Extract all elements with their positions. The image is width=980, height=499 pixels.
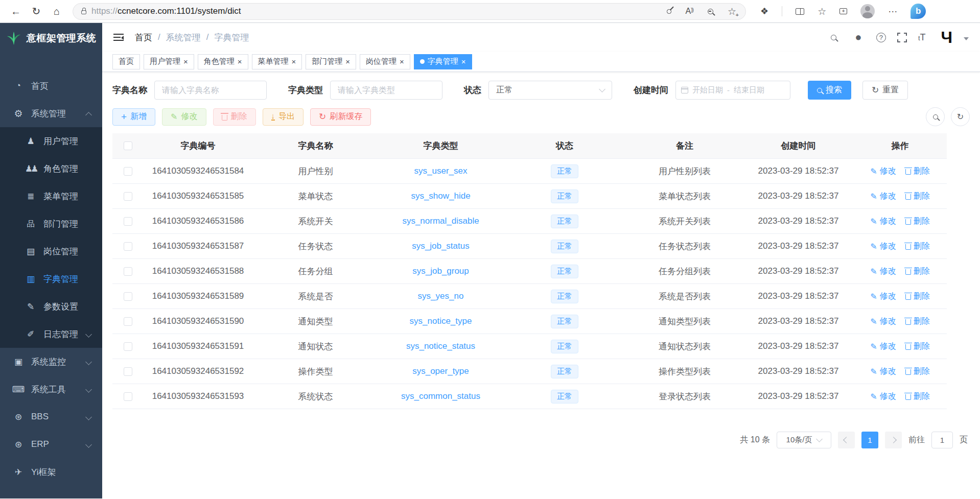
close-tab-icon[interactable]: × <box>461 57 466 66</box>
dict-type-link[interactable]: sys_normal_disable <box>402 216 479 226</box>
sidebar-item[interactable]: ERP <box>0 431 102 458</box>
sidebar-item[interactable]: 字典管理 <box>0 265 102 293</box>
current-page-button[interactable]: 1 <box>861 432 878 448</box>
tab[interactable]: 角色管理 × <box>198 54 248 69</box>
reset-button[interactable]: ↻ 重置 <box>862 81 908 100</box>
refresh-icon[interactable]: ↻ <box>28 3 45 20</box>
delete-row-link[interactable]: 删除 <box>905 366 930 377</box>
collections-icon[interactable]: + <box>839 8 847 14</box>
edit-row-link[interactable]: 修改 <box>870 191 896 202</box>
sidebar-item[interactable]: 系统监控 <box>0 348 102 375</box>
row-checkbox[interactable] <box>124 192 132 201</box>
dict-type-link[interactable]: sys_notice_type <box>410 316 472 326</box>
delete-button[interactable]: 删除 <box>213 108 256 126</box>
delete-row-link[interactable]: 删除 <box>905 266 930 277</box>
sidebar-item[interactable]: 岗位管理 <box>0 237 102 265</box>
close-tab-icon[interactable]: × <box>238 57 242 66</box>
row-checkbox[interactable] <box>124 167 132 176</box>
delete-row-link[interactable]: 删除 <box>905 341 930 352</box>
caret-down-icon[interactable] <box>964 37 969 40</box>
select-all-checkbox[interactable] <box>124 141 132 150</box>
dict-type-link[interactable]: sys_oper_type <box>412 366 469 376</box>
delete-row-link[interactable]: 删除 <box>905 291 930 302</box>
edit-row-link[interactable]: 修改 <box>870 366 896 377</box>
close-tab-icon[interactable]: × <box>183 57 188 66</box>
github-icon[interactable]: ● <box>852 31 865 44</box>
back-icon[interactable]: ← <box>7 3 25 20</box>
prev-page-button[interactable] <box>838 432 855 448</box>
row-checkbox[interactable] <box>124 317 132 326</box>
tab[interactable]: 首页 <box>112 54 140 69</box>
help-icon[interactable]: ? <box>876 33 886 42</box>
split-screen-icon[interactable] <box>796 8 804 15</box>
row-checkbox[interactable] <box>124 292 132 301</box>
edit-button[interactable]: 修改 <box>162 108 206 126</box>
dict-type-link[interactable]: sys_yes_no <box>418 291 464 301</box>
delete-row-link[interactable]: 删除 <box>905 166 930 177</box>
date-range-picker[interactable]: 开始日期 - 结束日期 <box>675 81 790 100</box>
tab[interactable]: 岗位管理 × <box>360 54 410 69</box>
extensions-icon[interactable]: ❖ <box>760 7 768 16</box>
collapse-sidebar-icon[interactable] <box>113 34 124 41</box>
sidebar-item[interactable]: 参数设置 <box>0 293 102 320</box>
page-size-select[interactable]: 10条/页 <box>777 432 831 448</box>
export-button[interactable]: ↓导出 <box>263 108 304 126</box>
sidebar-item[interactable]: Yi框架 <box>0 458 102 486</box>
user-avatar-logo[interactable]: Ч <box>941 29 952 45</box>
fullscreen-icon[interactable] <box>897 33 907 42</box>
row-checkbox[interactable] <box>124 392 132 401</box>
delete-row-link[interactable]: 删除 <box>905 241 930 252</box>
dict-name-input[interactable] <box>154 81 267 100</box>
copilot-icon[interactable]: b <box>911 4 926 19</box>
dict-type-link[interactable]: sys_show_hide <box>411 191 470 201</box>
add-button[interactable]: +新增 <box>112 108 155 126</box>
row-checkbox[interactable] <box>124 242 132 251</box>
profile-avatar[interactable] <box>860 4 875 18</box>
status-select[interactable]: 正常 <box>488 81 612 100</box>
dict-type-link[interactable]: sys_notice_status <box>406 341 475 351</box>
edit-row-link[interactable]: 修改 <box>870 391 896 402</box>
row-checkbox[interactable] <box>124 267 132 276</box>
refresh-cache-button[interactable]: ↻刷新缓存 <box>310 108 371 126</box>
zoom-page-icon[interactable] <box>708 9 713 14</box>
delete-row-link[interactable]: 删除 <box>905 316 930 327</box>
sidebar-item[interactable]: 用户管理 <box>0 127 102 155</box>
edit-row-link[interactable]: 修改 <box>870 241 896 252</box>
refresh-table-button[interactable]: ↻ <box>951 107 970 126</box>
sidebar-item[interactable]: 日志管理 <box>0 320 102 348</box>
password-key-icon[interactable] <box>666 8 672 15</box>
app-logo[interactable]: 意框架管理系统 <box>0 23 102 54</box>
search-icon[interactable] <box>827 31 841 44</box>
add-favorite-icon[interactable]: ☆ <box>728 7 736 16</box>
dict-type-link[interactable]: sys_job_status <box>412 241 469 251</box>
goto-page-input[interactable] <box>931 432 953 448</box>
next-page-button[interactable] <box>885 432 902 448</box>
edit-row-link[interactable]: 修改 <box>870 291 896 302</box>
sidebar-item[interactable]: 系统管理 <box>0 100 102 127</box>
delete-row-link[interactable]: 删除 <box>905 391 930 402</box>
close-tab-icon[interactable]: × <box>400 57 404 66</box>
row-checkbox[interactable] <box>124 217 132 226</box>
close-tab-icon[interactable]: × <box>345 57 350 66</box>
edit-row-link[interactable]: 修改 <box>870 341 896 352</box>
sidebar-item[interactable]: 系统工具 <box>0 375 102 403</box>
dict-type-input[interactable] <box>330 81 442 100</box>
sidebar-item[interactable]: BBS <box>0 403 102 431</box>
sidebar-item[interactable]: 部门管理 <box>0 210 102 237</box>
breadcrumb-home[interactable]: 首页 <box>135 32 152 43</box>
read-aloud-icon[interactable]: A)) <box>686 7 693 16</box>
sidebar-item[interactable]: 角色管理 <box>0 155 102 182</box>
edit-row-link[interactable]: 修改 <box>870 316 896 327</box>
delete-row-link[interactable]: 删除 <box>905 191 930 202</box>
sidebar-item[interactable]: 首页 <box>0 72 102 100</box>
sidebar-item[interactable]: 菜单管理 <box>0 182 102 210</box>
more-menu-icon[interactable]: ··· <box>888 7 897 16</box>
search-button[interactable]: 搜索 <box>808 81 851 100</box>
delete-row-link[interactable]: 删除 <box>905 216 930 227</box>
edit-row-link[interactable]: 修改 <box>870 266 896 277</box>
close-tab-icon[interactable]: × <box>292 57 296 66</box>
edit-row-link[interactable]: 修改 <box>870 166 896 177</box>
favorites-icon[interactable]: ☆ <box>818 7 826 16</box>
text-size-icon[interactable]: tT <box>918 32 926 43</box>
tab[interactable]: 字典管理 × <box>414 54 472 69</box>
